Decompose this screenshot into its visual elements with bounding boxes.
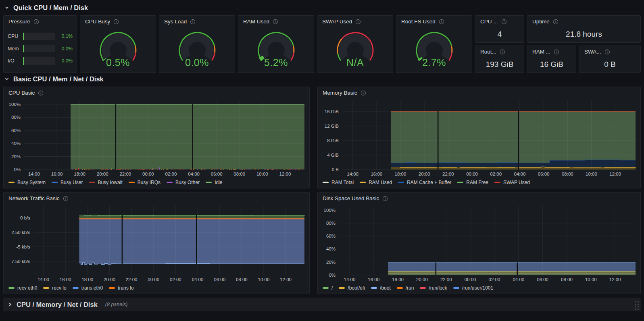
panel-header[interactable]: Root FS Used: [396, 16, 472, 25]
svg-text:12 GiB: 12 GiB: [325, 124, 339, 128]
info-icon[interactable]: [190, 19, 196, 25]
legend-label: SWAP Used: [503, 180, 530, 185]
panel-header[interactable]: Disk Space Used Basic: [318, 193, 640, 201]
legend-swatch: [89, 182, 95, 183]
legend-item[interactable]: RAM Used: [360, 180, 392, 185]
legend-item[interactable]: Busy Other: [167, 180, 200, 185]
svg-text:40%: 40%: [326, 246, 336, 251]
panel-disk-space-used-basic: Disk Space Used Basic 0%20%40%60%80%100%…: [317, 192, 641, 294]
panel-title: SWA...: [584, 49, 601, 55]
info-icon[interactable]: [361, 90, 366, 96]
row-header-basic[interactable]: Basic CPU / Mem / Net / Disk: [4, 74, 641, 84]
panel-header[interactable]: Pressure: [4, 16, 77, 25]
info-icon[interactable]: [439, 19, 444, 25]
panel-header[interactable]: CPU Basic: [4, 87, 309, 96]
svg-text:12:00: 12:00: [279, 172, 291, 176]
row-header-cpu-memory-net-disk[interactable]: CPU / Memory / Net / Disk (8 panels): [3, 298, 641, 311]
panel-header[interactable]: Uptime: [527, 16, 640, 25]
row-header-quick[interactable]: Quick CPU / Mem / Disk: [4, 2, 641, 13]
svg-text:22:00: 22:00: [126, 277, 138, 282]
panel-header[interactable]: CPU Busy: [80, 16, 156, 25]
panel-title: Pressure: [8, 19, 30, 25]
legend-item[interactable]: RAM Free: [457, 180, 488, 185]
panel-header[interactable]: RAM Used: [238, 16, 314, 25]
legend-item[interactable]: recv lo: [43, 285, 66, 291]
panel-swap-used-gauge: SWAP Used N/A: [317, 15, 393, 73]
pressure-bars: CPU 0.1% Mem 0.0% I/O 0.0%: [8, 28, 73, 69]
pressure-bar: [23, 45, 55, 52]
legend-label: /: [331, 285, 333, 291]
panel-title: Network Traffic Basic: [8, 195, 60, 201]
info-icon[interactable]: [273, 19, 278, 25]
pressure-label: CPU: [8, 33, 20, 39]
legend-item[interactable]: RAM Total: [323, 180, 354, 185]
panel-header[interactable]: Memory Basic: [318, 87, 640, 96]
info-icon[interactable]: [355, 19, 361, 25]
legend-item[interactable]: RAM Cache + Buffer: [398, 180, 451, 185]
legend-swatch: [167, 182, 173, 183]
legend-swatch: [129, 182, 135, 183]
legend-item[interactable]: Idle: [206, 180, 222, 185]
row-drag-handle[interactable]: [635, 301, 639, 310]
legend-item[interactable]: /run/user/1001: [453, 285, 493, 291]
legend-item[interactable]: recv eth0: [8, 285, 37, 291]
disk-space-used-basic-chart[interactable]: 0%20%40%60%80%100%14:0016:0018:0020:0022…: [321, 204, 637, 283]
legend-label: Busy System: [17, 180, 46, 185]
panel-header[interactable]: Root...: [475, 46, 524, 55]
panel-title: Sys Load: [164, 19, 187, 25]
panel-title: Root...: [480, 49, 496, 55]
info-icon[interactable]: [63, 196, 69, 201]
svg-text:0%: 0%: [14, 167, 21, 172]
legend-label: trans lo: [118, 285, 133, 291]
svg-text:22:00: 22:00: [119, 172, 131, 176]
info-icon[interactable]: [113, 19, 119, 25]
top-panels-row: Pressure CPU 0.1% Mem 0.0% I/O 0.0%: [3, 15, 641, 73]
legend-label: RAM Free: [466, 180, 488, 185]
panel-header[interactable]: CPU ...: [475, 16, 524, 25]
legend-item[interactable]: Busy User: [52, 180, 83, 185]
legend-item[interactable]: trans eth0: [73, 285, 103, 291]
info-icon[interactable]: [553, 19, 559, 25]
info-icon[interactable]: [382, 196, 388, 201]
stat-value: 21.8 hours: [527, 30, 640, 39]
svg-text:80%: 80%: [11, 115, 21, 120]
memory-basic-chart[interactable]: 0 B4 GiB8 GiB12 GiB16 GiB14:0016:0018:00…: [321, 98, 637, 178]
panel-header[interactable]: Network Traffic Basic: [4, 193, 309, 201]
svg-text:12:00: 12:00: [280, 277, 292, 282]
svg-text:14:00: 14:00: [38, 277, 49, 282]
legend-item[interactable]: /run: [397, 285, 414, 291]
panel-header[interactable]: RAM ...: [527, 46, 576, 55]
legend-item[interactable]: /: [323, 285, 333, 291]
panel-header[interactable]: Sys Load: [159, 16, 235, 25]
legend-item[interactable]: /run/lock: [420, 285, 447, 291]
legend-swatch: [420, 287, 426, 289]
legend-item[interactable]: /boot: [371, 285, 391, 291]
svg-text:100%: 100%: [9, 102, 21, 107]
network-traffic-basic-chart[interactable]: 0 b/s-2.50 kb/s-5 kb/s-7.50 kb/s14:0016:…: [7, 204, 306, 283]
panel-title: CPU Busy: [85, 19, 110, 25]
legend-item[interactable]: Busy IRQs: [129, 180, 160, 185]
legend-item[interactable]: SWAP Used: [494, 180, 530, 185]
legend-label: recv eth0: [17, 285, 37, 291]
panel-header[interactable]: SWA...: [579, 46, 640, 55]
legend-swatch: [339, 287, 345, 289]
legend-item[interactable]: trans lo: [109, 285, 133, 291]
info-icon[interactable]: [604, 49, 610, 55]
legend-label: Busy Other: [175, 180, 200, 185]
panel-cpu-busy-gauge: CPU Busy 0.5%: [80, 15, 156, 73]
info-icon[interactable]: [554, 49, 559, 55]
svg-text:00:00: 00:00: [465, 277, 476, 282]
info-icon[interactable]: [500, 49, 505, 55]
panel-header[interactable]: SWAP Used: [317, 16, 393, 25]
info-icon[interactable]: [38, 90, 44, 96]
info-icon[interactable]: [33, 19, 39, 25]
legend-item[interactable]: /boot/efi: [339, 285, 365, 291]
legend-swatch: [52, 182, 58, 183]
svg-text:08:00: 08:00: [233, 172, 245, 176]
svg-text:18:00: 18:00: [392, 277, 404, 282]
legend-item[interactable]: Busy System: [8, 180, 46, 185]
info-icon[interactable]: [501, 19, 507, 25]
legend-item[interactable]: Busy Iowait: [89, 180, 122, 185]
cpu-basic-chart[interactable]: 0%20%40%60%80%100%14:0016:0018:0020:0022…: [7, 98, 306, 178]
svg-text:04:00: 04:00: [513, 277, 524, 282]
